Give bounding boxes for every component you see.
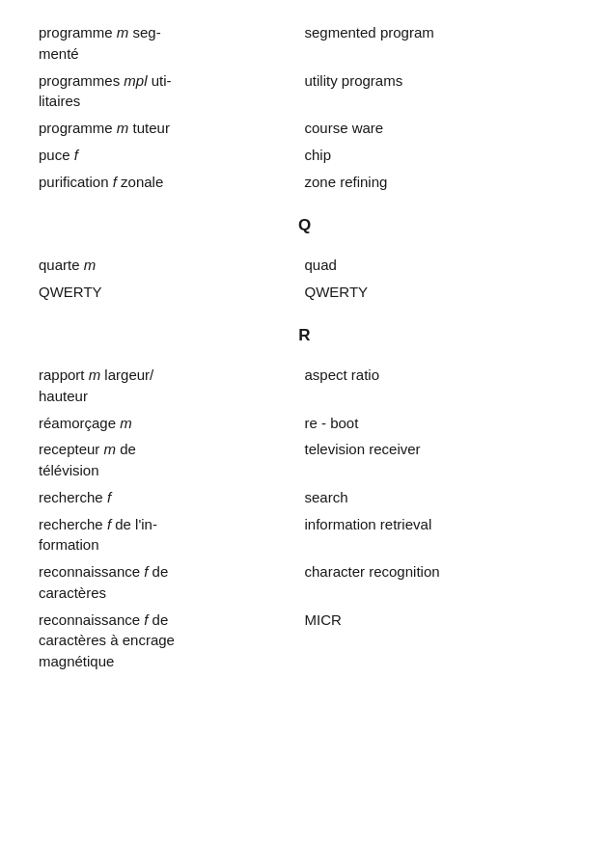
table-row: reconnaissance f decaractèrescharacter r… <box>39 558 570 607</box>
entry-english: chip <box>305 142 571 169</box>
entry-english: television receiver <box>305 436 571 484</box>
entry-french: programme m seg-menté <box>39 19 305 68</box>
table-row: puce fchip <box>39 142 570 169</box>
section-header-row: R <box>39 305 570 362</box>
entry-french: purification f zonale <box>39 169 305 196</box>
entry-table: programme m seg-mentésegmented programpr… <box>39 19 570 675</box>
entry-english: utility programs <box>305 68 571 116</box>
entry-french: programme m tuteur <box>39 115 305 142</box>
table-row: programmes mpl uti-litairesutility progr… <box>39 68 570 116</box>
entry-french: programmes mpl uti-litaires <box>39 68 305 116</box>
table-row: quarte mquad <box>39 252 570 279</box>
entry-french: quarte m <box>39 252 305 279</box>
table-row: QWERTYQWERTY <box>39 279 570 306</box>
table-row: réamorçage mre - boot <box>39 410 570 437</box>
entry-english: MICR <box>305 607 571 675</box>
dictionary-page: programme m seg-mentésegmented programpr… <box>39 19 570 675</box>
entry-english: aspect ratio <box>305 362 571 410</box>
entry-english: QWERTY <box>305 279 571 306</box>
entry-french: recherche f de l'in-formation <box>39 511 305 559</box>
entry-english: character recognition <box>305 558 571 607</box>
table-row: reconnaissance f decaractères à encragem… <box>39 607 570 675</box>
entry-french: recherche f <box>39 484 305 511</box>
entry-english: information retrieval <box>305 511 571 559</box>
table-row: recepteur m detélévisiontelevision recei… <box>39 436 570 484</box>
entry-english: search <box>305 484 571 511</box>
table-row: purification f zonalezone refining <box>39 169 570 196</box>
entry-french: recepteur m detélévision <box>39 436 305 484</box>
entry-french: reconnaissance f decaractères à encragem… <box>39 607 305 675</box>
table-row: rapport m largeur/hauteuraspect ratio <box>39 362 570 410</box>
entry-french: QWERTY <box>39 279 305 306</box>
entry-english: quad <box>305 252 571 279</box>
entry-french: rapport m largeur/hauteur <box>39 362 305 410</box>
table-row: recherche fsearch <box>39 484 570 511</box>
section-header-label: Q <box>298 216 311 234</box>
table-row: programme m seg-mentésegmented program <box>39 19 570 68</box>
entry-english: segmented program <box>305 19 571 68</box>
entry-english: zone refining <box>305 169 571 196</box>
section-header-label: R <box>298 326 310 344</box>
table-row: recherche f de l'in-formationinformation… <box>39 511 570 559</box>
entry-french: puce f <box>39 142 305 169</box>
entry-french: réamorçage m <box>39 410 305 437</box>
entry-english: re - boot <box>305 410 571 437</box>
entry-english: course ware <box>305 115 571 142</box>
table-row: programme m tuteurcourse ware <box>39 115 570 142</box>
entry-french: reconnaissance f decaractères <box>39 558 305 607</box>
section-header-row: Q <box>39 195 570 252</box>
